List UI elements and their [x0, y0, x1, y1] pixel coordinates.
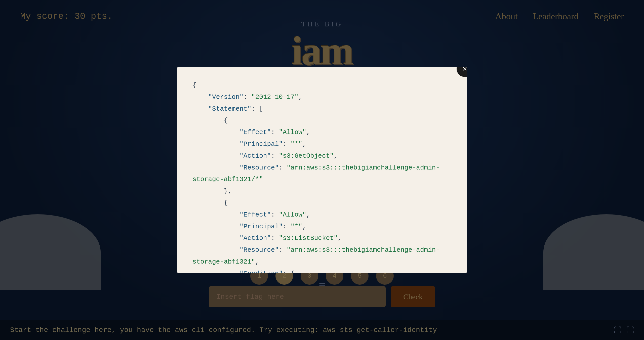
modal: × { "Version": "2012-10-17", "Statement"…: [177, 67, 467, 273]
modal-overlay: × { "Version": "2012-10-17", "Statement"…: [0, 0, 644, 340]
json-content: { "Version": "2012-10-17", "Statement": …: [192, 79, 452, 273]
modal-close-button[interactable]: ×: [457, 67, 467, 77]
